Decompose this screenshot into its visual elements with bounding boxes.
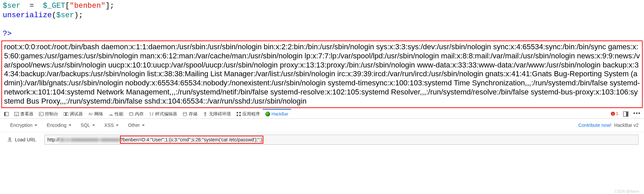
- dock-icon: [623, 111, 628, 117]
- svg-rect-2: [15, 112, 19, 116]
- page-output: root:x:0:0:root:/root:/bin/bash daemon:x…: [1, 40, 643, 108]
- svg-rect-14: [239, 112, 241, 113]
- chevron-down-icon: [69, 124, 71, 126]
- svg-rect-16: [239, 115, 241, 116]
- style-icon: [149, 112, 154, 116]
- menu-xss[interactable]: XSS: [100, 122, 123, 128]
- hackbar-icon: [265, 112, 270, 116]
- menu-encoding[interactable]: Encoding: [42, 122, 76, 128]
- network-icon: [88, 112, 93, 116]
- inspector-icon: [14, 112, 19, 116]
- chevron-down-icon: [92, 124, 95, 126]
- contribute-link[interactable]: Contribute now!: [578, 122, 612, 128]
- tab-style-editor[interactable]: 样式编辑器: [146, 109, 180, 118]
- hackbar-menu-bar: Encryption Encoding SQL XSS Other Contri…: [0, 119, 644, 132]
- chevron-down-icon: [34, 124, 37, 126]
- tab-storage[interactable]: 存储: [180, 109, 200, 118]
- memory-icon: [129, 112, 134, 116]
- tab-memory[interactable]: 内存: [126, 109, 146, 118]
- svg-rect-5: [65, 112, 67, 115]
- menu-other[interactable]: Other: [123, 122, 149, 128]
- accessibility-icon: [203, 112, 208, 116]
- url-hidden-segment: ■■ ■ ■■■■■■■■■■ ■■■■■■■: [59, 137, 120, 142]
- url-input[interactable]: http://■■ ■ ■■■■■■■■■■ ■■■■■■■?benben=O:…: [44, 135, 639, 145]
- svg-rect-15: [237, 115, 238, 116]
- tab-inspector[interactable]: 查看器: [11, 109, 36, 118]
- svg-rect-20: [626, 112, 628, 116]
- panel-toggle-icon: [4, 112, 9, 116]
- code-token: ];: [105, 2, 114, 10]
- storage-icon: [183, 112, 187, 116]
- menu-label: SQL: [81, 122, 90, 128]
- php-source-code: $ser = $_GET["benben"]; unserialize($ser…: [0, 0, 644, 39]
- code-token: $_GET: [43, 2, 65, 10]
- tab-label: 应用程序: [242, 111, 260, 117]
- tab-debugger[interactable]: 调试器: [61, 109, 86, 118]
- menu-sql[interactable]: SQL: [76, 122, 100, 128]
- svg-point-11: [183, 112, 187, 114]
- menu-label: Other: [128, 122, 140, 128]
- load-url-button[interactable]: Load URL: [7, 137, 36, 143]
- svg-text:!: !: [612, 112, 613, 115]
- tab-label: 无障碍环境: [209, 111, 231, 117]
- performance-icon: [109, 112, 113, 116]
- tab-performance[interactable]: 性能: [106, 109, 126, 118]
- load-url-icon: [7, 137, 13, 143]
- tab-label: HackBar: [271, 111, 288, 116]
- tab-network[interactable]: 网络: [86, 109, 106, 118]
- code-token: =: [29, 2, 34, 10]
- tab-label: 样式编辑器: [155, 111, 177, 117]
- svg-point-12: [205, 112, 206, 113]
- code-token: );: [74, 11, 83, 20]
- code-token: $ser: [56, 11, 74, 20]
- code-token: unserialize: [3, 11, 52, 20]
- code-token: $ser: [3, 2, 21, 10]
- devtools-tab-bar: 查看器 控制台 调试器 网络 性能 内存 样式编辑器: [0, 109, 644, 119]
- code-token: (: [52, 11, 56, 20]
- tab-application[interactable]: 应用程序: [234, 109, 263, 118]
- console-icon: [39, 112, 44, 116]
- code-token: "benben": [70, 2, 105, 10]
- code-token: ?>: [3, 30, 11, 38]
- error-icon: !: [611, 111, 615, 116]
- tab-console[interactable]: 控制台: [36, 109, 61, 118]
- menu-label: XSS: [104, 122, 114, 128]
- tab-accessibility[interactable]: 无障碍环境: [200, 109, 234, 118]
- svg-rect-1: [4, 112, 6, 116]
- hackbar-brand: HackBar v2: [614, 122, 639, 128]
- error-count-badge[interactable]: ! 1: [609, 111, 620, 116]
- menu-encryption[interactable]: Encryption: [5, 122, 42, 128]
- menu-label: Encryption: [10, 122, 32, 128]
- tab-label: 控制台: [45, 111, 58, 117]
- chevron-down-icon: [116, 124, 119, 126]
- svg-point-21: [7, 141, 13, 142]
- tab-label: 内存: [135, 111, 144, 117]
- svg-rect-7: [129, 113, 133, 115]
- devtools-close-button[interactable]: [1, 109, 11, 118]
- tab-hackbar[interactable]: HackBar: [263, 109, 291, 118]
- load-url-label: Load URL: [15, 137, 36, 142]
- svg-rect-13: [237, 112, 238, 113]
- url-prefix: http://: [47, 137, 59, 142]
- tab-label: 存储: [189, 111, 197, 117]
- chevron-down-icon: [142, 124, 145, 126]
- hackbar-url-row: Load URL http://■■ ■ ■■■■■■■■■■ ■■■■■■■?…: [0, 132, 644, 147]
- devtools-more-button[interactable]: •••: [631, 110, 643, 117]
- code-token: [: [65, 2, 70, 10]
- application-icon: [236, 112, 241, 116]
- tab-label: 网络: [94, 111, 103, 117]
- tab-label: 性能: [115, 111, 123, 117]
- tab-label: 调试器: [70, 111, 83, 117]
- error-count: 1: [616, 111, 618, 116]
- url-query-parameter: ?benben=O:4:"User":1:{s:3:"cmd";s:26:"sy…: [120, 137, 262, 142]
- tab-label: 查看器: [20, 111, 33, 117]
- debugger-icon: [64, 112, 68, 116]
- dock-position-button[interactable]: [620, 109, 631, 118]
- menu-label: Encoding: [47, 122, 66, 128]
